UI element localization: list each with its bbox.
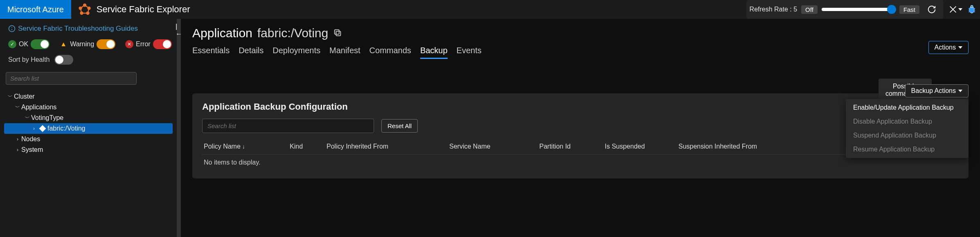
sort-desc-icon: ↓ — [242, 143, 245, 150]
refresh-icon[interactable] — [924, 1, 940, 18]
chevron-down-icon — [958, 90, 962, 92]
tree-node-cluster[interactable]: ﹀Cluster — [4, 91, 173, 102]
svg-point-7 — [9, 26, 15, 32]
tab-manifest[interactable]: Manifest — [329, 46, 360, 59]
col-inherited-from[interactable]: Policy Inherited From — [327, 143, 449, 150]
sort-by-health-toggle[interactable] — [54, 55, 73, 65]
tree-node-voting[interactable]: › fabric:/Voting — [4, 123, 173, 134]
menu-suspend-backup[interactable]: Suspend Application Backup — [846, 129, 969, 142]
backup-actions-menu: Enable/Update Application Backup Disable… — [846, 99, 969, 158]
tab-backup[interactable]: Backup — [420, 46, 448, 59]
app-icon — [39, 125, 46, 132]
panel-search-input[interactable] — [202, 119, 374, 133]
svg-rect-9 — [335, 30, 339, 34]
tab-details[interactable]: Details — [239, 46, 264, 59]
troubleshooting-guides-link[interactable]: Service Fabric Troubleshooting Guides — [8, 25, 173, 33]
azure-brand[interactable]: Microsoft Azure — [0, 0, 71, 19]
sidebar: Service Fabric Troubleshooting Guides ✓ … — [0, 19, 177, 237]
svg-rect-8 — [336, 31, 341, 36]
refresh-off-button[interactable]: Off — [801, 5, 818, 14]
reset-all-button[interactable]: Reset All — [381, 119, 418, 133]
tab-deployments[interactable]: Deployments — [273, 46, 320, 59]
tools-icon[interactable] — [947, 1, 964, 18]
refresh-rate-label: Refresh Rate : 5 — [750, 6, 798, 13]
menu-resume-backup[interactable]: Resume Application Backup — [846, 142, 969, 156]
bug-icon[interactable] — [964, 1, 980, 18]
tree-node-votingtype[interactable]: ﹀VotingType — [4, 113, 173, 123]
splitter-handle[interactable]: |← — [177, 19, 181, 237]
warning-badge-icon: ▲ — [59, 40, 68, 48]
service-fabric-logo-icon — [79, 3, 91, 16]
col-partition-id[interactable]: Partition Id — [539, 143, 605, 150]
health-warning-label: Warning — [70, 41, 94, 48]
error-badge-icon: ✕ — [125, 40, 133, 48]
tab-events[interactable]: Events — [457, 46, 482, 59]
sort-by-health-label: Sort by Health — [8, 56, 50, 63]
col-service-name[interactable]: Service Name — [449, 143, 539, 150]
health-warning-toggle[interactable] — [97, 39, 115, 49]
tab-row: Essentials Details Deployments Manifest … — [192, 46, 969, 59]
refresh-fast-button[interactable]: Fast — [899, 5, 919, 14]
copy-icon[interactable] — [333, 26, 342, 40]
col-policy-name[interactable]: Policy Name↓ — [204, 143, 290, 150]
tab-commands[interactable]: Commands — [369, 46, 411, 59]
sidebar-search-input[interactable] — [6, 72, 137, 85]
backup-actions-button[interactable]: Backup Actions — [905, 84, 969, 97]
svg-point-6 — [971, 5, 973, 8]
health-ok-toggle[interactable] — [31, 39, 50, 49]
actions-button[interactable]: Actions — [928, 41, 969, 54]
menu-enable-update-backup[interactable]: Enable/Update Application Backup — [846, 101, 969, 115]
health-error-label: Error — [136, 41, 151, 48]
health-error-toggle[interactable] — [153, 39, 172, 49]
empty-state: No items to display. — [202, 154, 959, 170]
ok-badge-icon: ✓ — [8, 40, 16, 48]
col-kind[interactable]: Kind — [290, 143, 327, 150]
panel-title: Application Backup Configuration — [202, 102, 959, 112]
tree-node-applications[interactable]: ﹀Applications — [4, 102, 173, 113]
tree-node-nodes[interactable]: ›Nodes — [4, 134, 173, 144]
product-title: Service Fabric Explorer — [97, 4, 190, 15]
tab-essentials[interactable]: Essentials — [192, 46, 230, 59]
col-is-suspended[interactable]: Is Suspended — [605, 143, 678, 150]
chevron-down-icon — [958, 46, 962, 49]
menu-disable-backup[interactable]: Disable Application Backup — [846, 115, 969, 129]
page-title: Application fabric:/Voting — [192, 26, 969, 40]
health-ok-label: OK — [19, 41, 28, 48]
refresh-rate-slider[interactable] — [822, 8, 895, 11]
tree-node-system[interactable]: ›System — [4, 144, 173, 155]
